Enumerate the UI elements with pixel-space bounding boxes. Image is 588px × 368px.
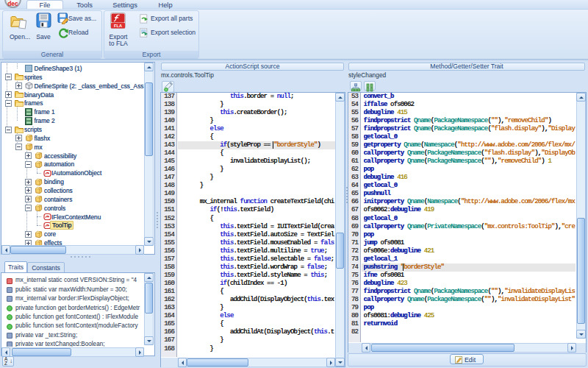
svg-text:FLA: FLA	[114, 24, 122, 28]
